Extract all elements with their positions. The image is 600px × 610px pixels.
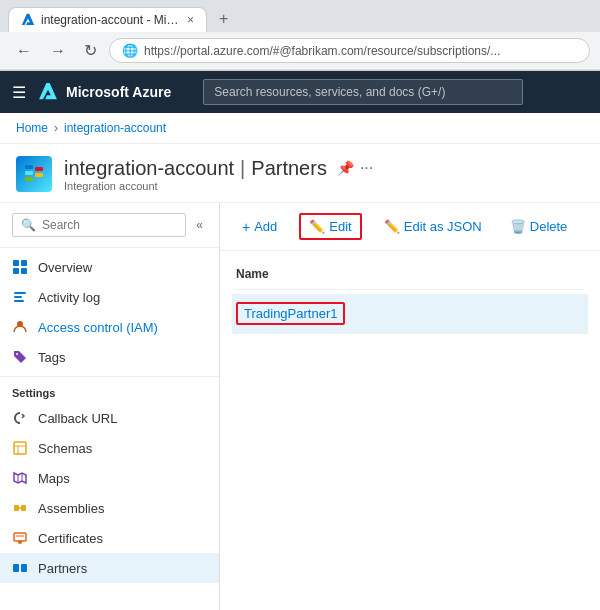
svg-rect-1 — [25, 171, 33, 175]
svg-rect-2 — [25, 177, 33, 181]
svg-rect-7 — [13, 268, 19, 274]
forward-button[interactable]: → — [44, 40, 72, 62]
trading-partner-name: TradingPartner1 — [236, 302, 345, 325]
sidebar-item-assemblies[interactable]: Assemblies — [0, 493, 219, 523]
svg-rect-20 — [14, 505, 19, 511]
page-title-suffix: Partners — [251, 157, 327, 180]
nav-bar: ← → ↻ 🌐 https://portal.azure.com/#@fabri… — [0, 32, 600, 70]
sidebar-item-certificates[interactable]: Certificates — [0, 523, 219, 553]
content-area: + Add ✏️ Edit ✏️ Edit as JSON 🗑️ Delete … — [220, 203, 600, 610]
svg-rect-23 — [14, 533, 26, 541]
edit-label: Edit — [329, 219, 351, 234]
svg-rect-8 — [21, 268, 27, 274]
page-title: integration-account | Partners 📌 ··· — [64, 157, 584, 180]
edit-as-json-icon: ✏️ — [384, 219, 400, 234]
settings-section-header: Settings — [0, 376, 219, 403]
sidebar-search-box[interactable]: 🔍 — [12, 213, 186, 237]
svg-rect-0 — [25, 165, 33, 169]
sidebar-search-container: 🔍 « — [0, 203, 219, 248]
edit-as-json-button[interactable]: ✏️ Edit as JSON — [378, 215, 488, 238]
back-button[interactable]: ← — [10, 40, 38, 62]
azure-logo: Microsoft Azure — [38, 82, 171, 102]
svg-rect-3 — [35, 167, 43, 171]
delete-button[interactable]: 🗑️ Delete — [504, 215, 574, 238]
page-header-text: integration-account | Partners 📌 ··· Int… — [64, 157, 584, 192]
svg-rect-11 — [14, 300, 24, 302]
trading-partner-cell[interactable]: TradingPartner1 — [236, 302, 345, 325]
tab-close-button[interactable]: × — [187, 13, 194, 27]
delete-label: Delete — [530, 219, 568, 234]
tab-title: integration-account - Microsoft A — [41, 13, 181, 27]
svg-rect-27 — [21, 564, 27, 572]
edit-button[interactable]: ✏️ Edit — [299, 213, 361, 240]
active-tab[interactable]: integration-account - Microsoft A × — [8, 7, 207, 32]
address-bar[interactable]: 🌐 https://portal.azure.com/#@fabrikam.co… — [109, 38, 590, 63]
table-row[interactable]: TradingPartner1 — [232, 294, 588, 334]
address-text: https://portal.azure.com/#@fabrikam.com/… — [144, 44, 500, 58]
svg-rect-10 — [14, 296, 22, 298]
sidebar-overview-label: Overview — [38, 260, 92, 275]
access-control-icon — [12, 319, 28, 335]
sidebar-item-overview[interactable]: Overview — [0, 252, 219, 282]
browser-frame: integration-account - Microsoft A × + ← … — [0, 0, 600, 610]
svg-rect-14 — [14, 442, 26, 454]
refresh-button[interactable]: ↻ — [78, 39, 103, 62]
overview-icon — [12, 259, 28, 275]
svg-point-25 — [18, 540, 22, 544]
breadcrumb-home[interactable]: Home — [16, 121, 48, 135]
sidebar-item-maps[interactable]: Maps — [0, 463, 219, 493]
add-icon: + — [242, 219, 250, 235]
sidebar-maps-label: Maps — [38, 471, 70, 486]
sidebar-callback-url-label: Callback URL — [38, 411, 117, 426]
sidebar-item-partners[interactable]: Partners — [0, 553, 219, 583]
page-icon — [16, 156, 52, 192]
edit-icon: ✏️ — [309, 219, 325, 234]
sidebar-search-input[interactable] — [42, 218, 177, 232]
page-header: integration-account | Partners 📌 ··· Int… — [0, 144, 600, 203]
pin-icon[interactable]: 📌 — [337, 160, 354, 176]
svg-point-13 — [16, 353, 18, 355]
breadcrumb-integration-account[interactable]: integration-account — [64, 121, 166, 135]
activity-log-icon — [12, 289, 28, 305]
sidebar-item-callback-url[interactable]: Callback URL — [0, 403, 219, 433]
address-globe-icon: 🌐 — [122, 43, 138, 58]
azure-logo-icon — [38, 82, 58, 102]
maps-icon — [12, 470, 28, 486]
azure-logo-text: Microsoft Azure — [66, 84, 171, 100]
azure-topnav: ☰ Microsoft Azure — [0, 71, 600, 113]
svg-rect-5 — [13, 260, 19, 266]
sidebar-item-schemas[interactable]: Schemas — [0, 433, 219, 463]
svg-rect-9 — [14, 292, 26, 294]
page-title-prefix: integration-account — [64, 157, 234, 180]
toolbar: + Add ✏️ Edit ✏️ Edit as JSON 🗑️ Delete — [220, 203, 600, 251]
svg-rect-4 — [35, 173, 43, 177]
sidebar-partners-label: Partners — [38, 561, 87, 576]
sidebar-item-access-control[interactable]: Access control (IAM) — [0, 312, 219, 342]
sidebar-item-activity-log[interactable]: Activity log — [0, 282, 219, 312]
azure-search[interactable] — [203, 79, 523, 105]
page-title-sep: | — [240, 157, 245, 180]
content-table: Name TradingPartner1 — [220, 251, 600, 344]
tab-favicon — [21, 13, 35, 27]
name-column-header: Name — [236, 261, 584, 290]
breadcrumb-sep1: › — [54, 121, 58, 135]
hamburger-menu[interactable]: ☰ — [12, 83, 26, 102]
sidebar-certificates-label: Certificates — [38, 531, 103, 546]
assemblies-icon — [12, 500, 28, 516]
sidebar-item-tags[interactable]: Tags — [0, 342, 219, 372]
azure-search-input[interactable] — [203, 79, 523, 105]
add-button[interactable]: + Add — [236, 215, 283, 239]
sidebar-access-control-label: Access control (IAM) — [38, 320, 158, 335]
sidebar: 🔍 « Overview Activity log — [0, 203, 220, 610]
search-icon: 🔍 — [21, 218, 36, 232]
new-tab-button[interactable]: + — [211, 6, 236, 32]
sidebar-assemblies-label: Assemblies — [38, 501, 104, 516]
page-subtitle: Integration account — [64, 180, 584, 192]
svg-rect-21 — [21, 505, 26, 511]
sidebar-collapse-button[interactable]: « — [192, 218, 207, 232]
breadcrumb: Home › integration-account — [0, 113, 600, 144]
callback-url-icon — [12, 410, 28, 426]
partners-icon — [12, 560, 28, 576]
more-icon[interactable]: ··· — [360, 159, 373, 177]
add-label: Add — [254, 219, 277, 234]
